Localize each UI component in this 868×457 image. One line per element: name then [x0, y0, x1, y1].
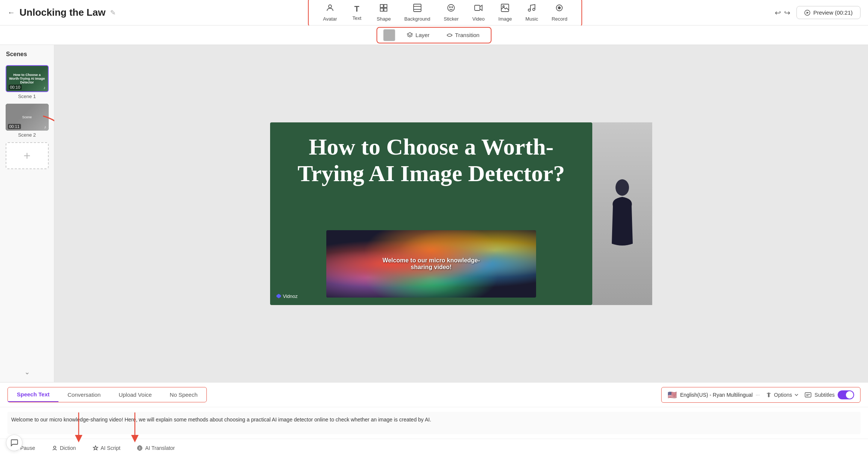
scenes-title: Scenes — [0, 51, 27, 58]
tab-upload-voice[interactable]: Upload Voice — [110, 388, 161, 402]
avatar-icon — [326, 3, 335, 15]
options-chevron-icon — [794, 393, 799, 397]
edit-title-icon[interactable]: ✎ — [110, 9, 116, 17]
text-icon: T — [354, 4, 359, 14]
tab-conversation[interactable]: Conversation — [58, 388, 109, 402]
ai-script-button[interactable]: AI Script — [88, 443, 125, 453]
transition-button[interactable]: Transition — [441, 30, 485, 41]
color-swatch[interactable] — [383, 29, 395, 41]
toolbar-record[interactable]: Record — [545, 0, 574, 25]
ai-script-icon — [93, 445, 99, 451]
sticker-icon — [447, 3, 456, 15]
undo-button[interactable]: ↩ — [775, 8, 781, 17]
sub-toolbar-inner: Layer Transition — [376, 27, 492, 43]
canvas-subtitle: Welcome to our micro knowledge-sharing v… — [379, 257, 484, 271]
svg-rect-5 — [414, 4, 421, 12]
redo-button[interactable]: ↪ — [784, 8, 790, 17]
toolbar-avatar[interactable]: Avatar — [316, 0, 344, 25]
toolbar-text[interactable]: T Text — [344, 1, 370, 24]
svg-rect-1 — [380, 4, 383, 7]
canvas-title: How to Choose a Worth-Trying AI Image De… — [270, 122, 592, 198]
ai-translator-label: AI Translator — [145, 445, 175, 451]
diction-label: Diction — [60, 445, 76, 451]
canvas-bottom: Welcome to our micro knowledge-sharing v… — [270, 230, 592, 305]
back-button[interactable]: ← — [7, 8, 15, 17]
subtitles-icon — [805, 392, 811, 398]
scene-1-item[interactable]: How to Choose a Worth-Trying AI Image De… — [6, 65, 49, 99]
subtitles-toggle[interactable] — [838, 390, 854, 399]
image-label: Image — [498, 16, 512, 22]
add-scene-button[interactable]: + — [6, 142, 49, 169]
scene-1-thumb[interactable]: How to Choose a Worth-Trying AI Image De… — [6, 65, 49, 92]
language-text: English(US) - Ryan Multilingual — [680, 392, 753, 398]
background-icon — [413, 3, 422, 15]
svg-point-22 — [616, 179, 629, 196]
svg-rect-3 — [380, 8, 383, 11]
scene-2-thumb[interactable]: Scene 00:11 ♪ — [6, 104, 49, 131]
svg-point-24 — [768, 394, 769, 395]
scenes-sidebar: Scenes How to Choose a Worth-Trying AI I… — [0, 45, 54, 382]
svg-rect-11 — [475, 5, 480, 10]
scene-1-time: 00:10 — [9, 85, 22, 90]
subtitles-label: Subtitles — [814, 392, 835, 398]
svg-point-25 — [768, 396, 769, 397]
svg-point-10 — [452, 7, 453, 7]
toolbar-sticker[interactable]: Sticker — [437, 0, 466, 25]
svg-point-9 — [450, 7, 450, 7]
bottom-panel: Speech Text Conversation Upload Voice No… — [0, 382, 868, 457]
scene-1-label: Scene 1 — [18, 94, 36, 99]
svg-point-8 — [448, 4, 454, 11]
tab-no-speech[interactable]: No Speech — [161, 388, 206, 402]
record-icon — [555, 3, 564, 15]
scene-2-item[interactable]: Scene 00:11 ♪ Scene 2 — [6, 104, 49, 138]
voice-settings: 🇺🇸 English(US) - Ryan Multilingual ··· O… — [661, 387, 861, 403]
add-scene-icon: + — [24, 149, 31, 163]
main-area: Scenes How to Choose a Worth-Trying AI I… — [0, 45, 868, 382]
toolbar-music[interactable]: Music — [518, 0, 545, 25]
scene-1-music-icon: ♪ — [43, 85, 46, 90]
toolbar-background[interactable]: Background — [397, 0, 437, 25]
record-label: Record — [551, 16, 567, 22]
diction-button[interactable]: Diction — [47, 443, 81, 453]
header: ← Unlocking the Law ✎ Avatar T Text Shap… — [0, 0, 868, 25]
music-icon — [527, 3, 536, 15]
svg-point-17 — [558, 7, 560, 9]
ai-translator-button[interactable]: AI Translator — [132, 443, 179, 453]
toolbar-shape[interactable]: Shape — [370, 0, 398, 25]
svg-point-15 — [533, 8, 535, 10]
svg-marker-20 — [407, 33, 412, 36]
language-more-icon[interactable]: ··· — [756, 392, 760, 397]
svg-point-33 — [54, 446, 56, 448]
float-message-icon[interactable] — [6, 435, 22, 451]
svg-point-0 — [329, 5, 332, 8]
svg-rect-4 — [384, 8, 387, 11]
language-selector[interactable]: 🇺🇸 English(US) - Ryan Multilingual ··· — [668, 390, 760, 399]
svg-marker-19 — [807, 12, 809, 14]
tab-speech-text[interactable]: Speech Text — [8, 387, 58, 402]
image-icon — [500, 3, 509, 15]
toolbar-image[interactable]: Image — [492, 0, 518, 25]
project-title: Unlocking the Law — [19, 7, 106, 18]
layer-label: Layer — [415, 32, 430, 38]
bottom-toolbar-container: Pause Diction AI Script AI Translator — [0, 439, 868, 457]
music-label: Music — [525, 16, 538, 22]
sub-toolbar: Layer Transition — [0, 25, 868, 45]
transition-label: Transition — [455, 32, 480, 38]
scene-2-label: Scene 2 — [18, 132, 36, 138]
toolbar-video[interactable]: Video — [465, 0, 492, 25]
scene-2-time: 00:11 — [8, 124, 21, 129]
sidebar-collapse-button[interactable]: ⌄ — [24, 368, 30, 376]
header-right: ↩ ↪ Preview (00:21) — [775, 6, 861, 19]
options-button[interactable]: Options — [766, 392, 799, 398]
subtitles-row: Subtitles — [805, 390, 854, 399]
pause-label: Pause — [20, 445, 35, 451]
svg-marker-34 — [93, 446, 98, 450]
background-label: Background — [404, 16, 430, 22]
script-text[interactable]: Welcome to our micro knowledge-sharing v… — [7, 412, 861, 434]
sticker-label: Sticker — [444, 16, 459, 22]
layer-button[interactable]: Layer — [401, 30, 435, 41]
toggle-knob — [846, 391, 853, 399]
script-area: Welcome to our micro knowledge-sharing v… — [0, 407, 868, 439]
avatar-label: Avatar — [323, 16, 337, 22]
preview-button[interactable]: Preview (00:21) — [796, 6, 861, 19]
